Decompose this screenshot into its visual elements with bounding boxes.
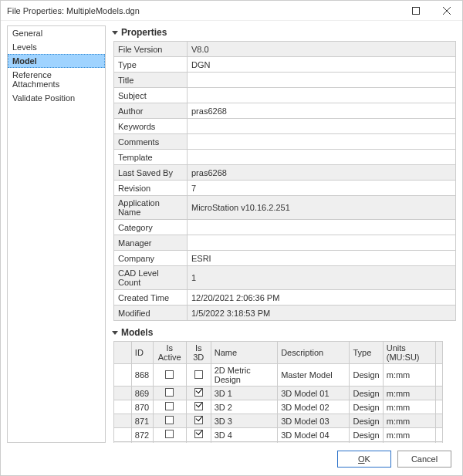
nav-item-levels[interactable]: Levels: [8, 40, 105, 54]
cell-desc: Master Model: [278, 364, 350, 387]
property-row: Application NameMicroStation v10.16.2.25…: [114, 196, 455, 220]
checkbox-icon: [165, 430, 174, 438]
cell-units: m:mm: [383, 400, 435, 414]
property-value: 1: [188, 266, 455, 289]
cell-desc: 3D Model 04: [278, 428, 350, 442]
property-label: Keywords: [114, 119, 188, 133]
titlebar: File Properties: MultipleModels.dgn: [1, 1, 462, 21]
property-value[interactable]: ESRI: [188, 251, 455, 265]
property-value[interactable]: [188, 150, 455, 164]
cell-end: [435, 414, 442, 428]
property-value: pras6268: [188, 165, 455, 180]
checkbox-icon: [165, 402, 174, 410]
property-value[interactable]: [188, 134, 455, 149]
property-value[interactable]: [188, 119, 455, 133]
property-value: 1/5/2022 3:18:53 PM: [188, 306, 455, 320]
cell-type: Design: [350, 428, 383, 442]
main-panel: Properties File VersionV8.0TypeDGNTitleS…: [112, 25, 456, 443]
dialog-window: File Properties: MultipleModels.dgn Gene…: [0, 0, 463, 476]
property-label: Manager: [114, 235, 188, 250]
cell-name: 3D 4: [211, 428, 277, 442]
checkbox-icon: [165, 388, 174, 397]
models-col-header[interactable]: [114, 342, 132, 364]
property-label: Last Saved By: [114, 165, 188, 180]
models-table: IDIs ActiveIs 3DNameDescriptionTypeUnits…: [113, 341, 443, 443]
property-row: Subject: [114, 88, 455, 103]
cell-id: 868: [131, 364, 153, 387]
row-handle: [114, 428, 132, 442]
property-label: Modified: [114, 306, 188, 320]
checkbox-icon: [194, 430, 203, 438]
row-handle: [114, 414, 132, 428]
table-row[interactable]: 8713D 33D Model 03Designm:mm: [114, 414, 443, 428]
cell-desc: 3D Model 01: [278, 387, 350, 400]
property-row: CompanyESRI: [114, 251, 455, 266]
models-col-header[interactable]: Description: [278, 342, 350, 364]
property-label: Category: [114, 220, 188, 235]
nav-item-general[interactable]: General: [8, 26, 105, 40]
property-label: File Version: [114, 42, 188, 56]
cell-active: [153, 414, 186, 428]
cell-end: [435, 400, 442, 414]
property-label: Type: [114, 57, 188, 72]
cell-end: [435, 387, 442, 400]
property-value[interactable]: [188, 235, 455, 250]
models-col-header[interactable]: Type: [350, 342, 383, 364]
cell-id: 872: [131, 428, 153, 442]
cell-name: 3D 2: [211, 400, 277, 414]
property-row: Modified1/5/2022 3:18:53 PM: [114, 306, 455, 321]
models-col-header[interactable]: Name: [211, 342, 277, 364]
close-button[interactable]: [431, 1, 462, 21]
checkbox-icon: [194, 416, 203, 424]
models-header[interactable]: Models: [112, 326, 456, 341]
row-handle: [114, 387, 132, 400]
property-row: TypeDGN: [114, 57, 455, 73]
property-label: Revision: [114, 181, 188, 195]
cell-name: 3D 1: [211, 387, 277, 400]
cell-active: [153, 400, 186, 414]
models-section: Models IDIs ActiveIs 3DNameDescriptionTy…: [112, 326, 456, 443]
models-col-header[interactable]: ID: [131, 342, 153, 364]
checkbox-icon: [194, 388, 203, 397]
models-col-header[interactable]: Is Active: [153, 342, 186, 364]
property-label: Subject: [114, 88, 188, 103]
property-value[interactable]: pras6268: [188, 103, 455, 118]
cell-desc: 3D Model 03: [278, 414, 350, 428]
table-row[interactable]: 8723D 43D Model 04Designm:mm: [114, 428, 443, 442]
cell-end: [435, 428, 442, 442]
nav-item-model[interactable]: Model: [8, 54, 105, 68]
property-label: Template: [114, 150, 188, 164]
property-row: Last Saved Bypras6268: [114, 165, 455, 181]
ok-label: K: [365, 454, 370, 464]
property-row: Keywords: [114, 119, 455, 134]
properties-grid: File VersionV8.0TypeDGNTitleSubjectAutho…: [113, 41, 456, 321]
cell-is3d: [186, 428, 211, 442]
maximize-button[interactable]: [400, 1, 431, 21]
cell-end: [435, 364, 442, 387]
property-label: Created Time: [114, 290, 188, 305]
nav-item-reference-attachments[interactable]: Reference Attachments: [8, 68, 105, 91]
property-label: Author: [114, 103, 188, 118]
property-value[interactable]: [188, 73, 455, 87]
properties-section: Properties File VersionV8.0TypeDGNTitleS…: [112, 25, 456, 321]
property-row: Template: [114, 150, 455, 165]
dialog-footer: OK Cancel: [1, 443, 462, 475]
dialog-content: GeneralLevelsModelReference AttachmentsV…: [1, 21, 462, 443]
cell-units: m:mm: [383, 428, 435, 442]
property-value[interactable]: [188, 220, 455, 235]
checkbox-icon: [194, 402, 203, 410]
cancel-button[interactable]: Cancel: [397, 451, 451, 468]
row-handle: [114, 400, 132, 414]
property-row: CAD Level Count1: [114, 266, 455, 290]
table-row[interactable]: 8693D 13D Model 01Designm:mm: [114, 387, 443, 400]
nav-item-validate-position[interactable]: Validate Position: [8, 91, 105, 105]
models-col-header[interactable]: Units (MU:SU): [383, 342, 435, 364]
models-col-header[interactable]: Is 3D: [186, 342, 211, 364]
ok-button[interactable]: OK: [337, 451, 391, 468]
chevron-down-icon: [112, 31, 118, 35]
properties-header[interactable]: Properties: [112, 25, 456, 41]
table-row[interactable]: 8703D 23D Model 02Designm:mm: [114, 400, 443, 414]
table-row[interactable]: 8682D Metric DesignMaster ModelDesignm:m…: [114, 364, 443, 387]
property-value[interactable]: [188, 88, 455, 103]
models-col-header[interactable]: [435, 342, 442, 364]
